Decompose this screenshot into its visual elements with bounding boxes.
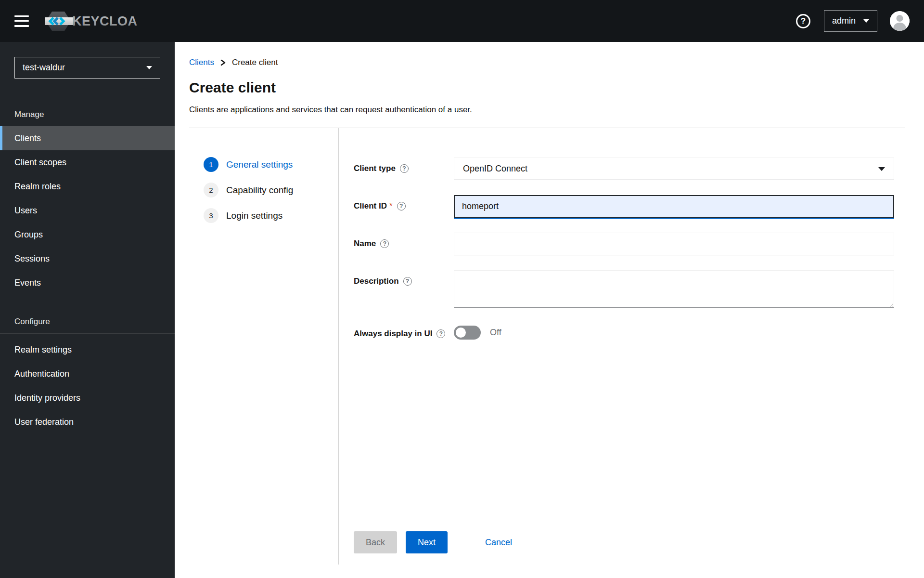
sidebar-item-identity-providers[interactable]: Identity providers: [0, 386, 175, 410]
chevron-down-icon: [863, 19, 869, 23]
main-content: Clients Create client Create client Clie…: [175, 42, 924, 578]
always-display-row: Always display in UI ? Off: [354, 323, 894, 340]
always-display-label: Always display in UI ?: [354, 323, 454, 340]
sidebar-item-label: Clients: [14, 133, 41, 144]
keycloak-logo-graphic: KEYCLOAK: [45, 11, 138, 32]
sidebar-item-label: Events: [14, 278, 41, 288]
wizard-step-general-settings[interactable]: 1 General settings: [204, 157, 338, 172]
sidebar-item-authentication[interactable]: Authentication: [0, 362, 175, 386]
toggle-knob: [456, 328, 466, 338]
description-row: Description ?: [354, 270, 894, 308]
sidebar: test-waldur Manage Clients Client scopes…: [0, 42, 175, 578]
label-text: Name: [354, 239, 376, 249]
client-id-row: Client ID * ?: [354, 195, 894, 218]
client-type-row: Client type ? OpenID Connect: [354, 158, 894, 180]
svg-text:KEYCLOAK: KEYCLOAK: [72, 14, 138, 28]
sidebar-item-label: Groups: [14, 230, 43, 240]
sidebar-item-groups[interactable]: Groups: [0, 223, 175, 247]
name-row: Name ?: [354, 233, 894, 255]
nav-group-title-manage: Manage: [0, 98, 175, 126]
page-head: Clients Create client Create client Clie…: [175, 42, 924, 128]
breadcrumb-link-clients[interactable]: Clients: [189, 58, 214, 67]
avatar-person-icon: [890, 11, 910, 31]
toggle-state-label: Off: [490, 328, 501, 338]
sidebar-item-label: User federation: [14, 417, 74, 427]
sidebar-divider: [0, 333, 175, 334]
sidebar-item-label: Realm settings: [14, 345, 72, 355]
step-number-badge: 1: [204, 157, 218, 172]
label-text: Description: [354, 276, 399, 286]
question-circle-icon[interactable]: ?: [403, 277, 412, 286]
sidebar-item-realm-settings[interactable]: Realm settings: [0, 338, 175, 362]
wizard-step-capability-config[interactable]: 2 Capability config: [204, 183, 338, 197]
step-number-badge: 2: [204, 183, 218, 197]
sidebar-item-realm-roles[interactable]: Realm roles: [0, 174, 175, 198]
step-label: Capability config: [226, 185, 293, 196]
client-type-label: Client type ?: [354, 158, 454, 180]
user-menu-dropdown[interactable]: admin: [824, 10, 877, 32]
wizard-step-login-settings[interactable]: 3 Login settings: [204, 208, 338, 223]
wizard-steps-nav: 1 General settings 2 Capability config 3…: [175, 128, 339, 565]
sidebar-item-label: Sessions: [14, 254, 50, 264]
question-circle-icon[interactable]: ?: [436, 329, 445, 338]
description-textarea[interactable]: [454, 270, 894, 308]
wizard-content: 1 General settings 2 Capability config 3…: [175, 128, 924, 565]
sidebar-item-label: Realm roles: [14, 182, 61, 192]
name-label: Name ?: [354, 233, 454, 255]
chevron-right-icon: [220, 59, 226, 66]
avatar[interactable]: [890, 11, 910, 31]
sidebar-item-label: Identity providers: [14, 393, 80, 403]
sidebar-item-sessions[interactable]: Sessions: [0, 247, 175, 271]
label-text: Client type: [354, 164, 396, 173]
breadcrumb-current: Create client: [232, 58, 278, 67]
client-type-selected-value: OpenID Connect: [463, 164, 527, 174]
app-header: KEYCLOAK ? admin: [0, 0, 924, 42]
general-settings-form: Client type ? OpenID Connect Client ID *: [339, 128, 924, 565]
question-circle-icon[interactable]: ?: [380, 239, 389, 248]
breadcrumb: Clients Create client: [189, 58, 905, 67]
sidebar-item-events[interactable]: Events: [0, 271, 175, 295]
user-menu-label: admin: [832, 16, 856, 26]
step-label: General settings: [226, 159, 293, 170]
sidebar-item-client-scopes[interactable]: Client scopes: [0, 150, 175, 174]
page-title: Create client: [189, 79, 905, 95]
name-input[interactable]: [454, 233, 894, 255]
step-label: Login settings: [226, 210, 282, 221]
question-circle-icon[interactable]: ?: [397, 202, 406, 210]
nav-group-title-configure: Configure: [0, 295, 175, 333]
page-description: Clients are applications and services th…: [189, 105, 905, 115]
wizard-actions: Back Next Cancel: [354, 531, 894, 553]
step-number-badge: 3: [204, 208, 218, 223]
next-button[interactable]: Next: [406, 531, 448, 553]
question-circle-icon[interactable]: ?: [400, 164, 409, 173]
always-display-toggle[interactable]: [454, 326, 481, 340]
help-icon[interactable]: ?: [796, 14, 810, 28]
hamburger-menu-icon[interactable]: [14, 15, 29, 27]
label-text: Client ID: [354, 201, 387, 211]
sidebar-item-users[interactable]: Users: [0, 198, 175, 223]
label-text: Always display in UI: [354, 329, 432, 339]
required-indicator: *: [389, 201, 393, 211]
sidebar-item-label: Authentication: [14, 369, 69, 379]
description-label: Description ?: [354, 270, 454, 308]
client-id-input[interactable]: [454, 195, 894, 218]
realm-selector[interactable]: test-waldur: [14, 57, 160, 79]
client-type-select[interactable]: OpenID Connect: [454, 158, 894, 180]
chevron-down-icon: [878, 167, 885, 171]
sidebar-item-clients[interactable]: Clients: [0, 126, 175, 150]
realm-selector-value: test-waldur: [23, 63, 65, 73]
keycloak-logo: KEYCLOAK: [45, 11, 138, 32]
cancel-button[interactable]: Cancel: [485, 531, 512, 553]
sidebar-item-label: Users: [14, 206, 37, 216]
sidebar-item-user-federation[interactable]: User federation: [0, 410, 175, 434]
sidebar-item-label: Client scopes: [14, 158, 66, 168]
back-button[interactable]: Back: [354, 531, 397, 553]
client-id-label: Client ID * ?: [354, 195, 454, 218]
chevron-down-icon: [146, 66, 152, 69]
